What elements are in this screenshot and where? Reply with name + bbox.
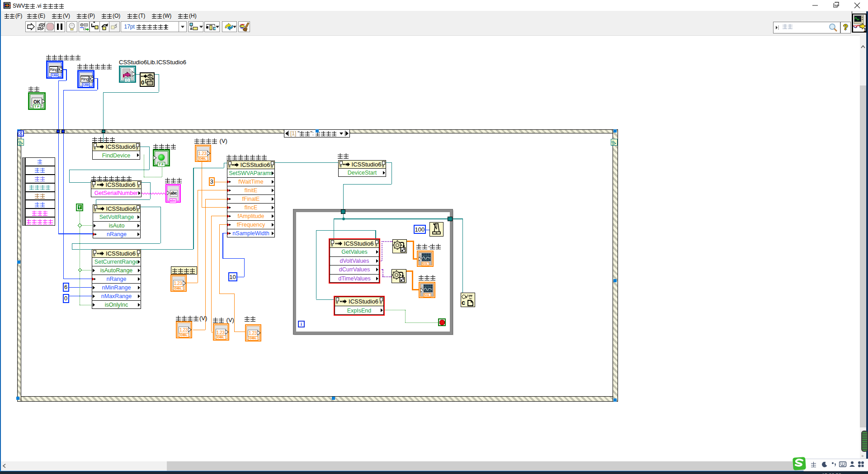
svg-text:c: c: [462, 299, 465, 306]
svg-text:1: 1: [863, 27, 866, 33]
svg-text:0: 0: [141, 79, 144, 86]
